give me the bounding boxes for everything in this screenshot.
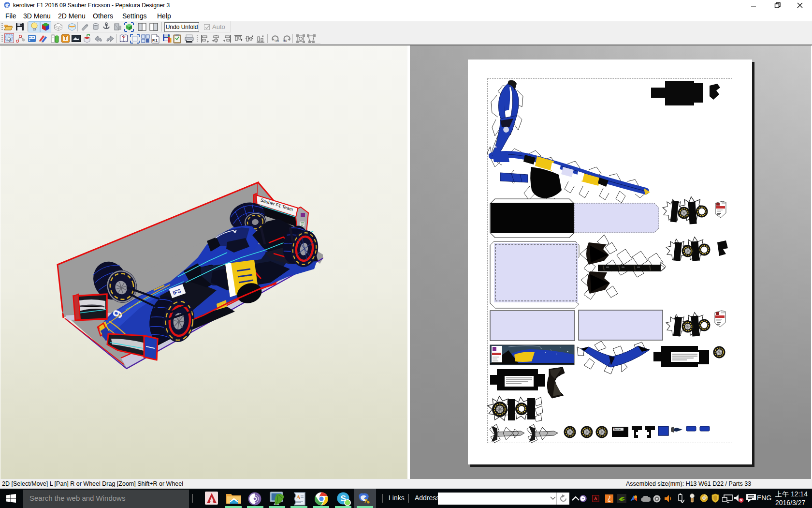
svg-text:A: A [296,494,301,501]
svg-text:Sauber: Sauber [613,428,621,431]
svg-text:P.1: P.1 [152,38,158,43]
svg-text:90: 90 [283,39,287,43]
svg-text:90: 90 [275,39,279,43]
